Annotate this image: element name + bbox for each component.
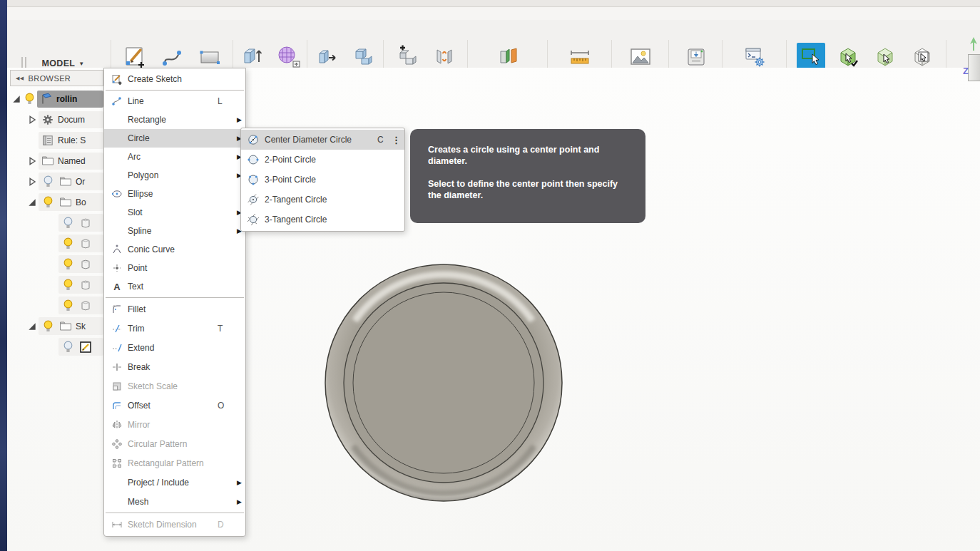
submenu-item-3-tangent-circle[interactable]: 3-Tangent Circle <box>241 210 404 230</box>
cube-select-2-icon[interactable] <box>871 43 899 71</box>
browser-item-docum[interactable]: Docum <box>10 109 103 130</box>
menu-item-mesh[interactable]: Mesh▶ <box>104 492 245 511</box>
visibility-bulb-off[interactable] <box>43 175 53 188</box>
cube-select-icon[interactable] <box>834 43 862 71</box>
menu-item-rectangular-pattern[interactable]: Rectangular Pattern <box>104 453 245 473</box>
collapse-panel-icon[interactable]: ◀◀ <box>11 76 29 81</box>
menu-item-label: Line <box>128 96 218 106</box>
menu-item-mirror[interactable]: Mirror <box>104 415 245 434</box>
combine-icon[interactable] <box>350 43 379 71</box>
menu-item-label: Rectangular Pattern <box>128 458 218 468</box>
menu-item-fillet[interactable]: Fillet <box>104 299 245 319</box>
form-icon[interactable] <box>275 43 303 71</box>
menu-item-sketch-dimension[interactable]: Sketch DimensionD <box>104 515 245 534</box>
submenu-item-2-tangent-circle[interactable]: 2-Tangent Circle <box>241 190 404 210</box>
viewcube-y-axis-icon[interactable] <box>969 36 979 53</box>
submenu-item-center-diameter-circle[interactable]: Center Diameter CircleC⋮ <box>241 130 404 150</box>
menu-item-circular-pattern[interactable]: Circular Pattern <box>104 434 245 453</box>
submenu-arrow-icon: ▶ <box>233 498 242 505</box>
menu-separator <box>106 90 244 91</box>
visibility-bulb-on[interactable] <box>43 195 53 209</box>
press-pull-icon[interactable] <box>313 43 342 71</box>
expander-expanded-icon[interactable] <box>11 94 21 104</box>
menu-item-conic-curve[interactable]: Conic Curve <box>104 240 245 259</box>
trim-icon <box>109 322 124 335</box>
menu-item-trim[interactable]: TrimT <box>104 319 245 338</box>
shortcut-label: O <box>218 401 233 411</box>
menu-item-create-sketch[interactable]: Create Sketch <box>104 69 245 88</box>
browser-item-body-9[interactable] <box>10 274 103 295</box>
menu-item-text[interactable]: AText <box>104 277 245 296</box>
menu-item-line[interactable]: LineL <box>104 92 245 110</box>
measure-icon[interactable] <box>566 43 594 71</box>
browser-item-sketch-12[interactable] <box>10 336 103 357</box>
viewcube-z-label[interactable]: Z <box>963 66 969 76</box>
browser-item-sk[interactable]: Sk <box>10 316 103 336</box>
menu-item-rectangle[interactable]: Rectangle▶ <box>104 110 245 129</box>
menu-item-slot[interactable]: Slot▶ <box>104 203 245 222</box>
browser-item-body-6[interactable] <box>10 212 103 233</box>
browser-item-bo[interactable]: Bo <box>10 192 103 212</box>
visibility-bulb-on[interactable] <box>63 278 73 292</box>
menu-item-polygon[interactable]: Polygon▶ <box>104 166 245 185</box>
menu-item-sketch-scale[interactable]: Sketch Scale <box>104 376 245 396</box>
visibility-bulb-on[interactable] <box>43 319 53 333</box>
browser-item-body-10[interactable] <box>10 295 103 316</box>
plane-icon[interactable] <box>494 43 522 71</box>
menu-item-extend[interactable]: Extend <box>104 338 245 357</box>
rectangle-icon[interactable] <box>195 43 224 71</box>
body-rolling-pin-disc[interactable] <box>323 262 564 503</box>
menu-item-label: Circular Pattern <box>128 439 218 449</box>
menu-item-spline[interactable]: Spline▶ <box>104 222 245 240</box>
visibility-bulb-on[interactable] <box>63 257 73 271</box>
visibility-bulb-off[interactable] <box>63 340 73 354</box>
visibility-bulb-on[interactable] <box>63 237 73 250</box>
menu-item-ellipse[interactable]: Ellipse <box>104 185 245 203</box>
menu-item-break[interactable]: Break <box>104 357 245 376</box>
workspace-label: MODEL <box>42 58 76 68</box>
menu-item-circle[interactable]: Circle▶ <box>104 129 245 148</box>
browser-item-plate <box>58 276 103 294</box>
image-icon[interactable] <box>626 43 655 71</box>
scripts-icon[interactable] <box>740 43 769 71</box>
menu-item-icon-blank <box>109 169 124 182</box>
body-icon <box>79 279 92 292</box>
cube-select-3-icon[interactable] <box>908 43 936 71</box>
expander-expanded-icon[interactable] <box>27 321 37 331</box>
menu-item-point[interactable]: Point <box>104 259 245 277</box>
menu-item-icon-blank <box>109 495 124 508</box>
browser-item-body-8[interactable] <box>10 254 103 274</box>
submenu-item-2-point-circle[interactable]: 2-Point Circle <box>241 150 404 170</box>
window-select-icon[interactable] <box>797 43 825 71</box>
browser-item-named[interactable]: Named <box>10 150 103 171</box>
spline-icon[interactable] <box>158 43 187 71</box>
expander-collapsed-icon[interactable] <box>27 115 37 125</box>
new-component-icon[interactable] <box>393 43 422 71</box>
mirror-icon <box>109 418 124 431</box>
menu-item-label: Arc <box>128 152 218 162</box>
joint-icon[interactable] <box>430 43 459 71</box>
create-sketch-icon[interactable] <box>121 43 150 71</box>
expander-collapsed-icon[interactable] <box>27 177 37 187</box>
browser-item-or[interactable]: Or <box>10 171 103 192</box>
expander-collapsed-icon[interactable] <box>27 156 37 166</box>
submenu-item-label: 2-Tangent Circle <box>265 195 377 205</box>
menu-item-arc[interactable]: Arc▶ <box>104 148 245 166</box>
browser-item-body-7[interactable] <box>10 233 103 254</box>
submenu-item-3-point-circle[interactable]: 3-Point Circle <box>241 170 404 190</box>
menu-item-label: Break <box>128 362 218 372</box>
viewcube-partial[interactable] <box>968 54 980 81</box>
expander-expanded-icon[interactable] <box>27 197 37 207</box>
visibility-bulb-on[interactable] <box>24 92 35 105</box>
print-icon[interactable] <box>682 43 710 71</box>
browser-item-rollin[interactable]: rollin <box>10 88 103 109</box>
menu-item-offset[interactable]: OffsetO <box>104 396 245 415</box>
extrude-icon[interactable] <box>238 43 266 71</box>
menu-item-project-include[interactable]: Project / Include▶ <box>104 473 245 492</box>
browser-item-plate <box>58 338 103 356</box>
browser-item-rule-s[interactable]: Rule: S <box>10 130 103 150</box>
visibility-bulb-off[interactable] <box>63 216 73 230</box>
overflow-menu-icon[interactable]: ⋮ <box>392 135 400 145</box>
visibility-bulb-on[interactable] <box>63 299 73 312</box>
extend-icon <box>109 341 124 354</box>
